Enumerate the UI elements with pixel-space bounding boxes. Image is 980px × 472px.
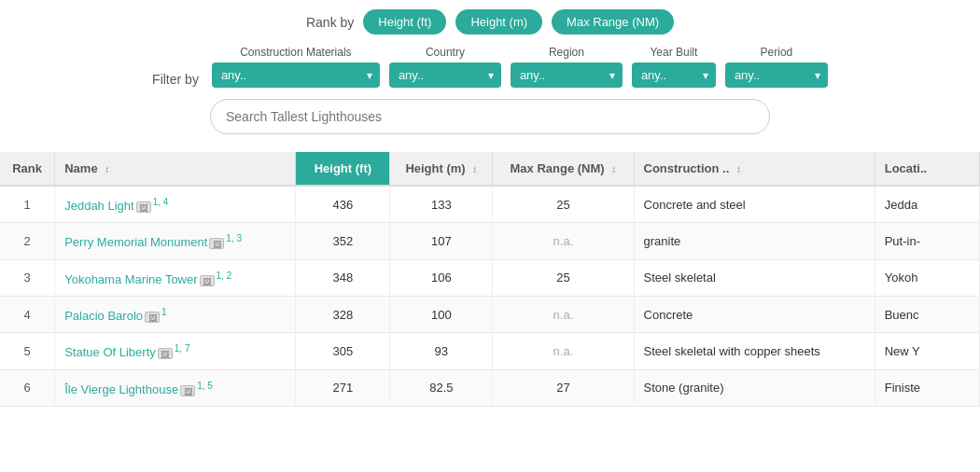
country-select[interactable]: any.. [389,62,501,88]
col-max-range[interactable]: Max Range (NM) ↕ [493,152,634,186]
period-label: Period [761,46,793,59]
footnote-link[interactable]: 1, 4 [153,197,169,207]
picture-icon: 🖼 [180,385,195,396]
table-header-row: Rank Name ↕ Height (ft) Height (m) ↕ Max… [0,152,980,186]
rank-by-height-m-button[interactable]: Height (m) [455,9,542,35]
cell-name: Perry Memorial Monument🖼1, 3 [55,223,296,259]
footnote-link[interactable]: 1, 5 [197,381,213,391]
cell-height-m: 107 [390,223,493,259]
cell-location: Put-in- [875,223,979,259]
cell-max-range: n.a. [493,223,634,259]
cell-height-ft: 348 [296,259,390,296]
footnote-link[interactable]: 1 [161,307,167,317]
lighthouse-name-link[interactable]: Jeddah Light [64,199,133,213]
col-name[interactable]: Name ↕ [55,152,296,186]
cell-max-range: n.a. [493,296,634,332]
cell-location: Buenc [875,296,979,332]
footnote-sup: 1, 3 [226,232,242,243]
year-built-filter-group: Year Built any.. [632,46,716,88]
cell-height-ft: 436 [296,186,390,223]
cell-construction: Concrete and steel [634,186,875,223]
rank-by-label: Rank by [306,15,354,30]
construction-materials-select[interactable]: any.. [212,62,380,88]
footnote-link[interactable]: 1, 3 [226,233,242,243]
cell-height-ft: 271 [296,369,390,406]
footnote-sup: 1, 2 [217,270,232,281]
col-construction[interactable]: Construction .. ↕ [634,152,875,186]
cell-construction: Steel skeletal with copper sheets [634,333,875,369]
period-filter-group: Period any.. [725,46,828,88]
cell-location: Yokoh [875,259,979,296]
lighthouse-name-link[interactable]: Perry Memorial Monument [64,236,207,250]
name-sort-icon: ↕ [105,164,109,174]
footnote-link[interactable]: 1, 2 [217,271,232,281]
picture-icon: 🖼 [209,238,224,249]
lighthouse-name-link[interactable]: Île Vierge Lighthouse [64,382,178,396]
search-input[interactable] [210,99,770,134]
cell-construction: granite [634,223,875,259]
cell-height-m: 82.5 [390,369,493,406]
lighthouses-table: Rank Name ↕ Height (ft) Height (m) ↕ Max… [0,152,980,407]
country-label: Country [426,46,465,59]
region-filter-group: Region any.. [511,46,623,88]
cell-height-m: 93 [390,333,493,369]
lighthouse-name-link[interactable]: Palacio Barolo [64,309,143,323]
table-row: 6Île Vierge Lighthouse🖼1, 527182.527Ston… [0,369,980,406]
cell-construction: Steel skeletal [634,259,875,296]
cell-rank: 3 [0,259,55,296]
cell-location: Finiste [875,369,979,406]
cell-location: Jedda [875,186,979,223]
footnote-sup: 1 [161,306,167,317]
cell-rank: 1 [0,186,55,223]
picture-icon: 🖼 [136,201,151,213]
cell-height-ft: 328 [296,296,390,332]
cell-height-m: 133 [390,186,493,223]
cell-construction: Stone (granite) [634,369,875,406]
picture-icon: 🖼 [145,312,160,323]
rank-by-max-range-button[interactable]: Max Range (NM) [552,9,674,35]
lighthouse-name-link[interactable]: Statue Of Liberty [64,346,156,360]
footnote-sup: 1, 5 [197,380,213,391]
lighthouse-name-link[interactable]: Yokohama Marine Tower [64,272,197,286]
filter-by-label: Filter by [152,72,199,87]
cell-name: Palacio Barolo🖼1 [55,296,296,332]
cell-max-range: 25 [493,259,634,296]
col-height-ft[interactable]: Height (ft) [296,152,390,186]
cell-name: Yokohama Marine Tower🖼1, 2 [55,259,296,296]
cell-location: New Y [875,333,979,369]
period-select[interactable]: any.. [725,62,828,88]
picture-icon: 🖼 [200,275,215,286]
rank-by-height-ft-button[interactable]: Height (ft) [363,9,446,35]
cell-rank: 6 [0,369,55,406]
table-row: 1Jeddah Light🖼1, 443613325Concrete and s… [0,186,980,223]
height-m-sort-icon: ↕ [472,164,477,174]
cell-construction: Concrete [634,296,875,332]
footnote-link[interactable]: 1, 7 [175,343,190,354]
table-row: 5Statue Of Liberty🖼1, 730593n.a.Steel sk… [0,333,980,369]
table-body: 1Jeddah Light🖼1, 443613325Concrete and s… [0,186,980,406]
col-height-m[interactable]: Height (m) ↕ [390,152,493,186]
cell-name: Jeddah Light🖼1, 4 [55,186,296,223]
col-rank[interactable]: Rank [0,152,55,186]
cell-name: Statue Of Liberty🖼1, 7 [55,333,296,369]
region-label: Region [549,46,584,59]
col-location[interactable]: Locati.. [875,152,979,186]
cell-max-range: 27 [493,369,634,406]
cell-rank: 2 [0,223,55,259]
year-built-label: Year Built [650,46,697,59]
construction-materials-label: Construction Materials [240,46,351,59]
construction-materials-filter-group: Construction Materials any.. [212,46,380,88]
table-row: 4Palacio Barolo🖼1328100n.a.ConcreteBuenc [0,296,980,332]
cell-height-ft: 305 [296,333,390,369]
max-range-sort-icon: ↕ [611,164,616,174]
footnote-sup: 1, 7 [175,342,190,354]
cell-rank: 4 [0,296,55,332]
cell-max-range: n.a. [493,333,634,369]
region-select[interactable]: any.. [511,62,623,88]
table-row: 3Yokohama Marine Tower🖼1, 234810625Steel… [0,259,980,296]
cell-height-m: 106 [390,259,493,296]
country-filter-group: Country any.. [389,46,501,88]
lighthouses-table-container: Rank Name ↕ Height (ft) Height (m) ↕ Max… [0,152,980,407]
picture-icon: 🖼 [158,348,173,359]
year-built-select[interactable]: any.. [632,62,716,88]
